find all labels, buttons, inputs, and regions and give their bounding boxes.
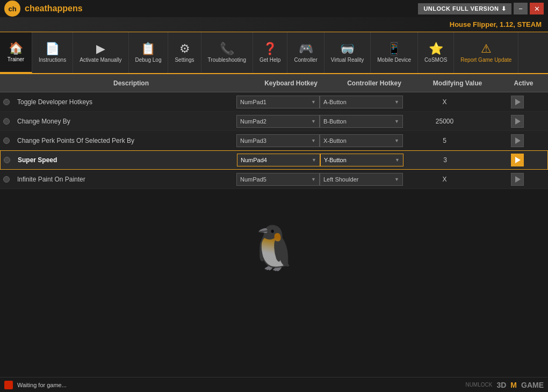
controller-select[interactable]: X-Button ▼	[320, 134, 403, 147]
controller-select[interactable]: B-Button ▼	[320, 115, 403, 128]
controller-value: X-Button	[323, 137, 347, 144]
play-icon	[515, 176, 521, 183]
app-title: cheathappens	[25, 4, 83, 13]
nav-item-troubleshooting[interactable]: 📞 Troubleshooting	[201, 32, 253, 73]
app-logo: ch	[4, 1, 20, 17]
activate-button[interactable]	[511, 173, 524, 186]
nav-item-settings[interactable]: ⚙ Settings	[168, 32, 201, 73]
row-modifying-value: 5	[403, 137, 486, 144]
keyboard-select[interactable]: NumPad5 ▼	[236, 173, 320, 186]
row-active	[486, 96, 548, 108]
controller-arrow: ▼	[394, 99, 399, 105]
row-controller-hotkey: Y-Button ▼	[320, 154, 403, 166]
row-description: Super Speed	[13, 156, 237, 164]
activate-button[interactable]	[511, 115, 524, 128]
nav-item-cosmos[interactable]: ⭐ CoSMOS	[418, 32, 454, 73]
row-controller-hotkey: X-Button ▼	[320, 134, 403, 147]
nav-label-mobile: Mobile Device	[377, 57, 411, 63]
mascot-area: 🐧	[0, 189, 548, 307]
nav-label-activate: Activate Manually	[80, 57, 121, 63]
row-indicator	[0, 118, 13, 125]
nav-item-vr[interactable]: 🥽 Virtual Reality	[325, 32, 371, 73]
gethelp-icon: ❓	[263, 43, 277, 55]
controller-value: Left Shoulder	[323, 176, 358, 183]
title-bar-left: ch cheathappens	[4, 1, 83, 17]
row-controller-hotkey: A-Button ▼	[320, 96, 403, 108]
row-keyboard-hotkey: NumPad5 ▼	[236, 173, 320, 186]
trainer-icon: 🏠	[9, 42, 23, 54]
table-body: Toggle Developer Hotkeys NumPad1 ▼ A-But…	[0, 92, 548, 189]
controller-value: Y-Button	[324, 157, 347, 163]
row-description: Infinite Paint On Painter	[13, 176, 236, 183]
play-icon	[515, 137, 521, 144]
keyboard-value: NumPad3	[240, 137, 266, 144]
keyboard-arrow: ▼	[311, 138, 316, 143]
keyboard-select[interactable]: NumPad2 ▼	[236, 115, 320, 128]
active-dot	[3, 118, 10, 125]
keyboard-select[interactable]: NumPad4 ▼	[237, 154, 320, 166]
mobile-icon: 📱	[387, 43, 401, 55]
row-modifying-value: X	[403, 98, 486, 106]
nav-label-reportgame: Report Game Update	[460, 57, 511, 63]
status-indicator	[4, 381, 13, 389]
troubleshooting-icon: 📞	[220, 43, 234, 55]
nav-item-controller[interactable]: 🎮 Controller	[287, 32, 324, 73]
status-bar: Waiting for game... NUMLOCK 3DMGAME	[0, 377, 548, 392]
nav-label-controller: Controller	[294, 57, 317, 63]
controller-select[interactable]: Left Shoulder ▼	[320, 173, 403, 186]
row-active	[486, 115, 548, 128]
title-bar: ch cheathappens UNLOCK FULL VERSION ⬇ − …	[0, 0, 548, 17]
table-header: Description Keyboard Hotkey Controller H…	[0, 74, 548, 92]
nav-bar: 🏠 Trainer 📄 Instructions ▶ Activate Manu…	[0, 32, 548, 74]
keyboard-select[interactable]: NumPad3 ▼	[236, 134, 320, 147]
keyboard-arrow: ▼	[311, 99, 316, 105]
row-controller-hotkey: B-Button ▼	[320, 115, 403, 128]
row-modifying-value: 25000	[403, 118, 486, 125]
status-text: Waiting for game...	[17, 382, 67, 388]
keyboard-value: NumPad2	[240, 118, 266, 125]
table-row: Toggle Developer Hotkeys NumPad1 ▼ A-But…	[0, 92, 548, 112]
settings-icon: ⚙	[179, 43, 190, 55]
title-bar-controls: UNLOCK FULL VERSION ⬇ − ✕	[418, 3, 544, 14]
active-dot	[3, 176, 10, 183]
unlock-button[interactable]: UNLOCK FULL VERSION ⬇	[418, 3, 511, 14]
header-modifying: Modifying Value	[416, 79, 499, 87]
activate-button[interactable]	[511, 96, 524, 108]
minimize-button[interactable]: −	[514, 3, 528, 14]
debuglog-icon: 📋	[141, 43, 155, 55]
game-title: House Flipper, 1.12, STEAM	[450, 20, 542, 28]
table-row: Change Money By NumPad2 ▼ B-Button ▼ 250…	[0, 112, 548, 131]
row-keyboard-hotkey: NumPad1 ▼	[236, 96, 320, 108]
row-indicator	[0, 99, 13, 105]
nav-item-instructions[interactable]: 📄 Instructions	[32, 32, 73, 73]
keyboard-select[interactable]: NumPad1 ▼	[236, 96, 320, 108]
numlock-status: NUMLOCK	[465, 382, 492, 388]
controller-arrow: ▼	[395, 157, 400, 163]
nav-label-cosmos: CoSMOS	[424, 57, 447, 63]
table-row: Infinite Paint On Painter NumPad5 ▼ Left…	[0, 170, 548, 189]
nav-label-debuglog: Debug Log	[135, 57, 162, 63]
reportgame-icon: ⚠	[481, 43, 492, 55]
nav-item-gethelp[interactable]: ❓ Get Help	[253, 32, 287, 73]
game-title-bar: House Flipper, 1.12, STEAM	[0, 17, 548, 32]
nav-item-debuglog[interactable]: 📋 Debug Log	[129, 32, 169, 73]
row-indicator	[0, 137, 13, 144]
row-keyboard-hotkey: NumPad2 ▼	[236, 115, 320, 128]
nav-item-trainer[interactable]: 🏠 Trainer	[0, 32, 32, 73]
row-description: Toggle Developer Hotkeys	[13, 98, 236, 106]
nav-label-gethelp: Get Help	[259, 57, 280, 63]
row-controller-hotkey: Left Shoulder ▼	[320, 173, 403, 186]
close-button[interactable]: ✕	[530, 3, 544, 14]
controller-select[interactable]: Y-Button ▼	[320, 154, 403, 166]
row-keyboard-hotkey: NumPad3 ▼	[236, 134, 320, 147]
nav-label-vr: Virtual Reality	[331, 57, 364, 63]
keyboard-value: NumPad4	[241, 157, 267, 163]
activate-button[interactable]	[511, 154, 524, 166]
activate-button[interactable]	[511, 134, 524, 147]
nav-item-reportgame[interactable]: ⚠ Report Game Update	[454, 32, 518, 73]
nav-item-activate[interactable]: ▶ Activate Manually	[73, 32, 128, 73]
nav-item-mobile[interactable]: 📱 Mobile Device	[371, 32, 418, 73]
keyboard-value: NumPad1	[240, 99, 266, 105]
keyboard-arrow: ▼	[311, 119, 316, 124]
controller-select[interactable]: A-Button ▼	[320, 96, 403, 108]
